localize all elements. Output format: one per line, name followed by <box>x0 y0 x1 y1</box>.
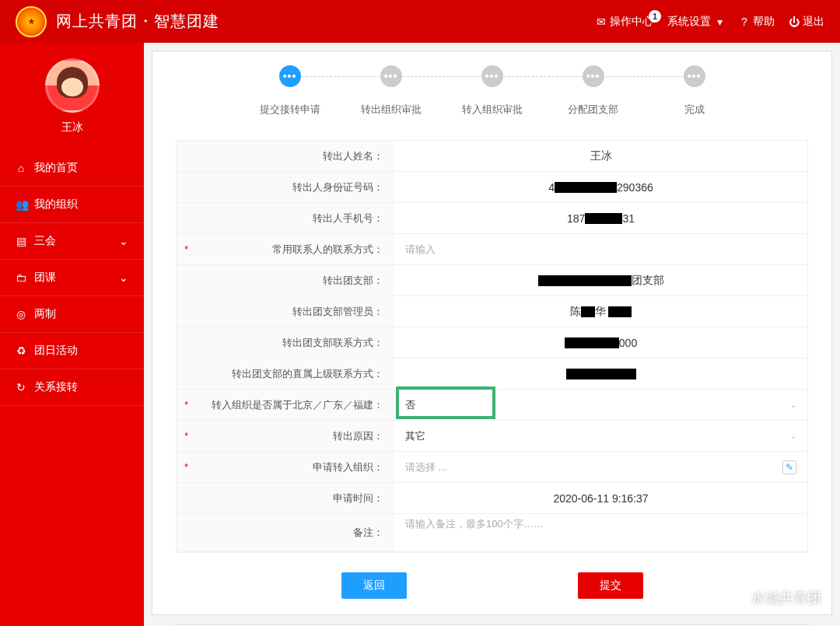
logout-label: 退出 <box>803 15 824 29</box>
step-分配团支部: •••分配团支部 <box>543 65 644 117</box>
step-提交接转申请: •••提交接转申请 <box>240 65 341 117</box>
brand-title: 网上共青团・智慧团建 <box>56 11 219 32</box>
sidebar: 王冰 ⌂我的首页👥我的组织▤三会⌄🗀团课⌄◎两制♻团日活动↻关系接转 <box>0 43 144 626</box>
submit-button[interactable]: 提交 <box>578 572 643 599</box>
step-label: 分配团支部 <box>568 103 618 117</box>
step-完成: •••完成 <box>644 65 745 117</box>
chevron-down-icon: ⌄ <box>119 271 128 284</box>
avatar[interactable] <box>45 58 100 113</box>
region-label: *转入组织是否属于北京／广东／福建： <box>177 390 394 420</box>
step-label: 提交接转申请 <box>260 103 320 117</box>
sidebar-item-label: 我的首页 <box>34 161 78 175</box>
step-label: 完成 <box>684 103 705 117</box>
phone-value: 18731 <box>394 203 807 233</box>
chevron-down-icon: ▾ <box>714 16 725 28</box>
step-转入组织审批: •••转入组织审批 <box>442 65 543 117</box>
remark-input[interactable] <box>405 517 796 548</box>
admin-value: 陈华 <box>394 296 807 327</box>
branch-contact-value: 000 <box>394 327 807 358</box>
sidebar-item-refresh[interactable]: ↻关系接转 <box>0 369 144 406</box>
remark-label: 备注： <box>177 514 394 551</box>
sidebar-item-label: 团课 <box>34 271 56 285</box>
reason-label: *转出原因： <box>177 421 394 451</box>
doc-icon: ▤ <box>16 235 26 247</box>
folder-icon: 🗀 <box>16 271 26 284</box>
sidebar-item-label: 我的组织 <box>34 198 78 212</box>
sidebar-item-label: 两制 <box>34 307 56 321</box>
superior-value <box>394 358 807 389</box>
target-select[interactable]: 请选择 ...✎ <box>405 460 796 474</box>
power-icon: ⏻ <box>789 16 800 28</box>
edit-icon[interactable]: ✎ <box>782 460 796 474</box>
branch-value: 团支部 <box>394 265 807 296</box>
app-header: ★ 网上共青团・智慧团建 ✉ 操作中心 1 系统设置 ▾ ? 帮助 ⏻ 退出 <box>0 0 840 43</box>
sidebar-item-label: 团日活动 <box>34 344 78 358</box>
sidebar-item-doc[interactable]: ▤三会⌄ <box>0 223 144 260</box>
contact-label: *常用联系人的联系方式： <box>177 234 394 264</box>
steps-bar: •••提交接转申请•••转出组织审批•••转入组织审批•••分配团支部•••完成 <box>152 51 831 140</box>
id-value: 4290366 <box>394 172 807 202</box>
step-dot: ••• <box>684 65 705 87</box>
sidebar-item-target[interactable]: ◎两制 <box>0 296 144 333</box>
branch-contact-label: 转出团支部联系方式： <box>177 327 394 358</box>
mail-icon: ✉ <box>596 16 607 28</box>
step-label: 转入组织审批 <box>462 103 523 117</box>
opcenter-link[interactable]: ✉ 操作中心 1 <box>596 15 653 29</box>
sidebar-item-label: 三会 <box>34 234 56 248</box>
step-dot: ••• <box>380 65 402 87</box>
wechat-icon <box>728 589 745 607</box>
logout-link[interactable]: ⏻ 退出 <box>789 15 824 29</box>
main-content: •••提交接转申请•••转出组织审批•••转入组织审批•••分配团支部•••完成… <box>144 43 840 626</box>
contact-input[interactable] <box>405 243 796 255</box>
time-value: 2020-06-11 9:16:37 <box>394 483 807 513</box>
settings-label: 系统设置 <box>667 15 711 29</box>
region-select[interactable]: 否⌄ <box>405 398 796 412</box>
step-dot: ••• <box>583 65 604 87</box>
step-dot: ••• <box>481 65 503 87</box>
sidebar-item-recycle[interactable]: ♻团日活动 <box>0 333 144 369</box>
id-label: 转出人身份证号码： <box>177 172 394 202</box>
branch-label: 转出团支部： <box>177 265 394 296</box>
phone-label: 转出人手机号： <box>177 203 394 233</box>
step-转出组织审批: •••转出组织审批 <box>341 65 442 117</box>
sidebar-item-home[interactable]: ⌂我的首页 <box>0 150 144 187</box>
settings-link[interactable]: 系统设置 ▾ <box>667 15 725 29</box>
chevron-down-icon: ⌄ <box>119 235 128 247</box>
username: 王冰 <box>0 121 144 135</box>
back-button[interactable]: 返回 <box>341 572 407 599</box>
superior-label: 转出团支部的直属上级联系方式： <box>177 358 394 389</box>
transfer-form: 转出人姓名：王冰 转出人身份证号码：4290366 转出人手机号：18731 *… <box>176 140 808 553</box>
help-icon: ? <box>739 16 750 28</box>
opcenter-label: 操作中心 <box>610 15 653 29</box>
step-label: 转出组织审批 <box>361 103 422 117</box>
opcenter-badge: 1 <box>649 10 661 23</box>
wechat-watermark: 永城共青团 <box>728 589 821 607</box>
chevron-down-icon: ⌄ <box>790 400 796 409</box>
logo-emblem: ★ <box>16 6 47 37</box>
chevron-down-icon: ⌄ <box>790 432 796 440</box>
recycle-icon: ♻ <box>16 344 26 357</box>
target-icon: ◎ <box>16 308 26 320</box>
step-dot: ••• <box>279 65 301 87</box>
sidebar-item-label: 关系接转 <box>34 380 78 394</box>
admin-label: 转出团支部管理员： <box>177 296 394 327</box>
target-label: *申请转入组织： <box>177 452 394 482</box>
help-label: 帮助 <box>753 15 775 29</box>
name-label: 转出人姓名： <box>177 141 394 171</box>
name-value: 王冰 <box>394 141 807 171</box>
reason-select[interactable]: 其它⌄ <box>405 429 796 443</box>
time-label: 申请时间： <box>177 483 394 513</box>
help-link[interactable]: ? 帮助 <box>739 15 775 29</box>
refresh-icon: ↻ <box>16 381 26 393</box>
sidebar-item-users[interactable]: 👥我的组织 <box>0 187 144 223</box>
home-icon: ⌂ <box>16 162 26 174</box>
users-icon: 👥 <box>16 198 26 211</box>
sidebar-item-folder[interactable]: 🗀团课⌄ <box>0 260 144 296</box>
